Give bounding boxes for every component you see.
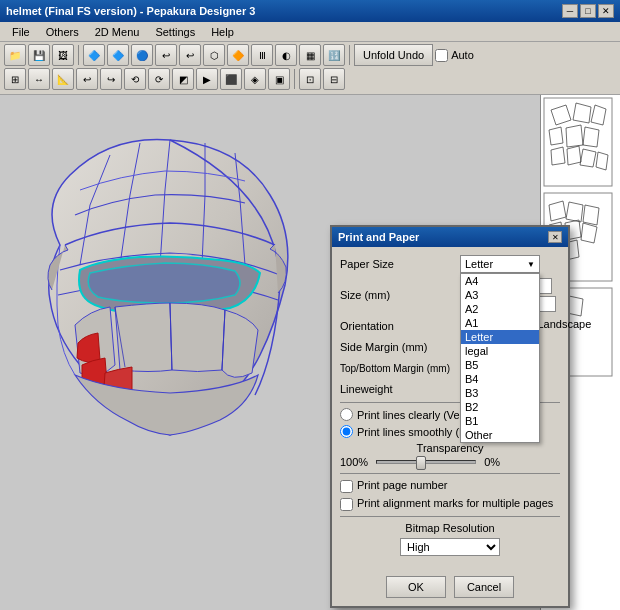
transparency-label: Transparency [340,442,560,454]
divider-2 [340,473,560,474]
tb2-icon2[interactable]: ↔ [28,68,50,90]
option-letter[interactable]: Letter [461,330,539,344]
maximize-button[interactable]: □ [580,4,596,18]
title-bar: helmet (Final FS version) - Pepakura Des… [0,0,620,22]
bitmap-resolution-label: Bitmap Resolution [340,522,560,534]
tb2-icon14[interactable]: ⊟ [323,68,345,90]
vector-radio[interactable] [340,408,353,421]
paper-size-label: Paper Size [340,258,460,270]
tb2-icon7[interactable]: ⟳ [148,68,170,90]
option-legal[interactable]: legal [461,344,539,358]
tb2-icon5[interactable]: ↪ [100,68,122,90]
main-area: Print and Paper ✕ Paper Size Letter ▼ [0,95,620,610]
auto-label: Auto [451,49,474,61]
tb-icon4[interactable]: 🔷 [83,44,105,66]
tb-icon8[interactable]: ↩ [179,44,201,66]
print-paper-dialog: Print and Paper ✕ Paper Size Letter ▼ [330,225,570,608]
print-page-number-row: Print page number [340,479,560,493]
option-a2[interactable]: A2 [461,302,539,316]
paper-size-selected[interactable]: Letter ▼ [460,255,540,273]
tb2-icon3[interactable]: 📐 [52,68,74,90]
transparency-slider-track[interactable] [376,460,476,464]
minimize-button[interactable]: ─ [562,4,578,18]
option-b4[interactable]: B4 [461,372,539,386]
tb2-icon4[interactable]: ↩ [76,68,98,90]
tb-icon14[interactable]: 🔢 [323,44,345,66]
menu-others[interactable]: Others [38,24,87,40]
option-a4[interactable]: A4 [461,274,539,288]
paper-size-row: Paper Size Letter ▼ A4 A3 A2 A1 Letter [340,255,560,273]
option-b5[interactable]: B5 [461,358,539,372]
tb-save[interactable]: 💾 [28,44,50,66]
toolbar-area: 📁 💾 🖼 🔷 🔷 🔵 ↩ ↩ ⬡ 🔶 Ⅲ ◐ ▦ 🔢 Unfold Undo … [0,42,620,95]
tb2-icon1[interactable]: ⊞ [4,68,26,90]
bitmap-resolution-select[interactable]: Low Medium High Very High [400,538,500,556]
tb2-icon12[interactable]: ▣ [268,68,290,90]
option-other[interactable]: Other [461,428,539,442]
tb-icon7[interactable]: ↩ [155,44,177,66]
tb-icon9[interactable]: ⬡ [203,44,225,66]
close-button[interactable]: ✕ [598,4,614,18]
tb2-icon11[interactable]: ◈ [244,68,266,90]
print-alignment-checkbox[interactable] [340,498,353,511]
option-b3[interactable]: B3 [461,386,539,400]
ok-button[interactable]: OK [386,576,446,598]
tb-icon6[interactable]: 🔵 [131,44,153,66]
toolbar-row-2: ⊞ ↔ 📐 ↩ ↪ ⟲ ⟳ ◩ ▶ ⬛ ◈ ▣ ⊡ ⊟ [4,68,616,90]
paper-size-list: A4 A3 A2 A1 Letter legal B5 B4 B3 B2 B1 … [460,273,540,443]
bitmap-radio[interactable] [340,425,353,438]
auto-checkbox-area: Auto [435,49,474,62]
menu-settings[interactable]: Settings [147,24,203,40]
unfold-undo-button[interactable]: Unfold Undo [354,44,433,66]
tb-icon3[interactable]: 🖼 [52,44,74,66]
print-page-number-label: Print page number [357,479,448,491]
dialog-overlay: Print and Paper ✕ Paper Size Letter ▼ [0,95,620,610]
tb-icon11[interactable]: Ⅲ [251,44,273,66]
app-title: helmet (Final FS version) - Pepakura Des… [6,5,562,17]
print-alignment-row: Print alignment marks for multiple pages [340,497,560,511]
option-a3[interactable]: A3 [461,288,539,302]
option-a1[interactable]: A1 [461,316,539,330]
bitmap-resolution-row: Low Medium High Very High [340,538,560,556]
tb-icon12[interactable]: ◐ [275,44,297,66]
separator-1 [78,45,79,65]
tb2-icon9[interactable]: ▶ [196,68,218,90]
trans-right-label: 0% [484,456,500,468]
print-alignment-label: Print alignment marks for multiple pages [357,497,553,509]
tb2-icon13[interactable]: ⊡ [299,68,321,90]
tb2-icon10[interactable]: ⬛ [220,68,242,90]
transparency-slider-row: 100% 0% [340,456,560,468]
lineweight-label: Lineweight [340,383,460,395]
print-page-number-checkbox[interactable] [340,480,353,493]
dialog-body: Paper Size Letter ▼ A4 A3 A2 A1 Letter [332,247,568,570]
divider-3 [340,516,560,517]
tb2-icon8[interactable]: ◩ [172,68,194,90]
dialog-title: Print and Paper [338,231,548,243]
side-margin-label: Side Margin (mm) [340,341,460,353]
toolbar-row-1: 📁 💾 🖼 🔷 🔷 🔵 ↩ ↩ ⬡ 🔶 Ⅲ ◐ ▦ 🔢 Unfold Undo … [4,44,616,66]
menu-file[interactable]: File [4,24,38,40]
menu-help[interactable]: Help [203,24,242,40]
tb-icon13[interactable]: ▦ [299,44,321,66]
dialog-footer: OK Cancel [332,570,568,606]
auto-checkbox[interactable] [435,49,448,62]
menu-bar: File Others 2D Menu Settings Help [0,22,620,42]
option-b1[interactable]: B1 [461,414,539,428]
tb-icon10[interactable]: 🔶 [227,44,249,66]
menu-2d[interactable]: 2D Menu [87,24,148,40]
size-mm-label: Size (mm) [340,289,460,301]
top-bottom-margin-label: Top/Bottom Margin (mm) [340,363,460,374]
paper-size-dropdown[interactable]: Letter ▼ A4 A3 A2 A1 Letter legal B5 B4 [460,255,540,273]
dialog-close-button[interactable]: ✕ [548,231,562,243]
dropdown-arrow-icon: ▼ [527,260,535,269]
option-b2[interactable]: B2 [461,400,539,414]
dialog-title-bar: Print and Paper ✕ [332,227,568,247]
landscape-label: Landscape [537,318,591,330]
separator-2 [349,45,350,65]
tb-icon5[interactable]: 🔷 [107,44,129,66]
cancel-button[interactable]: Cancel [454,576,514,598]
tb2-icon6[interactable]: ⟲ [124,68,146,90]
transparency-slider-thumb[interactable] [416,456,426,470]
orientation-label: Orientation [340,320,460,332]
tb-file-open[interactable]: 📁 [4,44,26,66]
